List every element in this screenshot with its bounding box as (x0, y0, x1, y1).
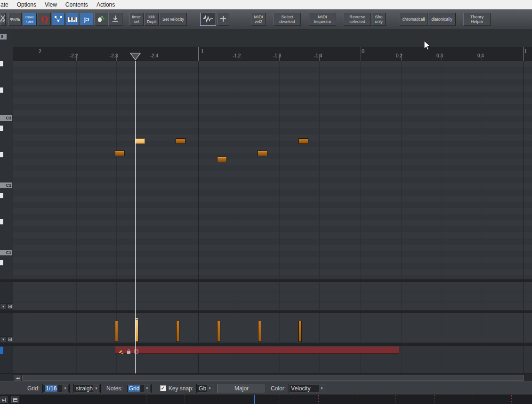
piano-key[interactable] (0, 61, 3, 67)
velocity-bar[interactable] (258, 321, 261, 342)
ruler-label: 0.3 (436, 53, 443, 58)
transport-toggle-button[interactable]: ▶ (0, 396, 8, 403)
velocity-lane-gutter: ▾ (0, 313, 13, 343)
note-length-select[interactable]: Grid ▾ (126, 384, 152, 393)
lane-splitter[interactable] (0, 343, 532, 346)
add-button[interactable] (217, 13, 229, 26)
midi-note[interactable] (298, 138, 308, 144)
beat-gridline (442, 282, 442, 310)
velocity-bar[interactable] (135, 320, 138, 342)
piano-key-octave[interactable]: 8 (0, 34, 7, 40)
media-item-lane[interactable] (13, 346, 532, 373)
swing-select[interactable]: straight ▾ (73, 384, 101, 393)
menu-item-0[interactable]: ate (0, 0, 13, 9)
piano-key-octave[interactable]: C2 (0, 182, 12, 188)
velocity-bar[interactable] (115, 321, 118, 342)
octave-label: C1 (6, 250, 11, 255)
theory-helper-button[interactable]: TheoryHelper (463, 13, 491, 26)
lane-splitter[interactable] (0, 279, 532, 282)
cc-lane[interactable] (13, 282, 532, 310)
beat-gridline (319, 282, 320, 310)
rewind-button[interactable]: ◀◀ (14, 375, 21, 381)
midi-note[interactable] (217, 157, 227, 162)
piano-keys-gutter[interactable]: C3C2C18 (0, 29, 13, 279)
velocity-bar[interactable] (176, 321, 179, 342)
piano-key-octave[interactable]: C1 (0, 250, 12, 255)
cc-lane-grid-button[interactable] (7, 303, 13, 309)
virtual-keyboard-button[interactable] (66, 13, 79, 26)
midi-note[interactable] (258, 151, 267, 156)
beat-gridline (239, 61, 239, 279)
rewind-icon: ◀◀ (16, 376, 19, 380)
horizontal-scrollbar[interactable]: ◀◀ (0, 373, 532, 381)
piano-roll-grid[interactable] (13, 61, 532, 279)
menu-item-3[interactable]: Contents (61, 0, 92, 9)
midi-item-bar[interactable] (115, 347, 399, 354)
color-mode-select[interactable]: Velocity ▾ (289, 384, 326, 393)
fx-icon[interactable] (134, 348, 139, 353)
scrollbar-thumb[interactable] (22, 375, 524, 381)
menu-item-1[interactable]: Options (13, 0, 40, 9)
midi-inspector-button[interactable]: MIDIInspector (309, 13, 336, 26)
midi-note[interactable] (115, 151, 125, 156)
show-only-button[interactable]: Shoonly (372, 13, 386, 26)
piano-key[interactable] (0, 152, 3, 158)
check-icon: ✓ (161, 385, 165, 391)
select-deselect-button[interactable]: Selectdeselect (274, 13, 301, 26)
ruler-label: -1.4 (314, 53, 322, 58)
beat-gridline (482, 61, 482, 279)
duplicate-button[interactable]: kkkDupli (145, 13, 159, 26)
velocity-bar[interactable] (217, 321, 220, 342)
chromatically-button[interactable]: chromaticall (400, 13, 427, 26)
playhead-marker[interactable] (130, 53, 141, 63)
docker-button[interactable] (11, 396, 19, 403)
grid-row (13, 177, 532, 183)
dock-down-button[interactable] (108, 13, 122, 26)
jo-button[interactable]: jɔ (80, 13, 93, 26)
footprint-button[interactable] (94, 13, 107, 26)
key-snap-checkbox[interactable]: ✓ (160, 385, 166, 391)
reverse-selected-button[interactable]: Reverseselected (344, 13, 371, 26)
diatonically-button[interactable]: diatonically (428, 13, 456, 26)
timeline-ruler[interactable]: -2-2.2-2.3-2.4-1-1.2-1.3-1.400.20.30.41 (13, 47, 532, 61)
grid-row (13, 190, 532, 196)
midi-note[interactable] (176, 138, 185, 144)
piano-key[interactable] (0, 87, 3, 93)
scale-button[interactable]: Major (217, 384, 266, 393)
beat-gridline (442, 346, 442, 373)
lock-icon[interactable] (126, 348, 131, 353)
velocity-lane-grid-button[interactable] (7, 336, 13, 342)
velocity-lane-type-dropdown[interactable]: ▾ (0, 336, 7, 342)
time-selection-button[interactable]: time:sel (129, 13, 144, 26)
piano-key[interactable] (0, 126, 3, 131)
filter-button[interactable]: Филь (8, 13, 22, 26)
velocity-lane[interactable] (13, 313, 532, 343)
midi-vel2-button[interactable]: MIDIvel2 (251, 13, 266, 26)
set-velocity-button[interactable]: Set velocity (160, 13, 187, 26)
menu-item-4[interactable]: Actions (92, 0, 119, 9)
velocity-bar[interactable] (298, 321, 302, 342)
velocity-handle[interactable] (135, 318, 138, 320)
cc-lane-type-dropdown[interactable]: ▾ (0, 303, 7, 309)
menu-item-2[interactable]: View (40, 0, 61, 9)
grid-row (13, 98, 532, 104)
key-root-select[interactable]: Gb ▾ (196, 384, 214, 393)
item-properties-icon[interactable] (119, 348, 124, 353)
midi-note[interactable] (135, 138, 145, 144)
piano-key[interactable] (0, 219, 3, 225)
piano-key[interactable] (0, 260, 3, 266)
edit-marker-line (473, 395, 473, 404)
grid-row (13, 251, 532, 257)
track-list-button[interactable]: Спистрек (23, 13, 37, 26)
routing-button[interactable] (52, 13, 65, 26)
grid-size-select[interactable]: 1/16 ▾ (42, 384, 70, 393)
measure-gridline (198, 61, 199, 279)
beat-gridline (279, 61, 280, 279)
quantize-button[interactable]: Q (38, 13, 51, 26)
clipped-toolbar-button[interactable] (0, 13, 6, 26)
piano-key-octave[interactable]: C3 (0, 115, 12, 121)
piano-key[interactable] (0, 193, 3, 198)
waveform-view-button[interactable] (200, 13, 216, 26)
lane-splitter[interactable] (0, 310, 532, 313)
grid-size-value: 1/16 (45, 385, 57, 392)
